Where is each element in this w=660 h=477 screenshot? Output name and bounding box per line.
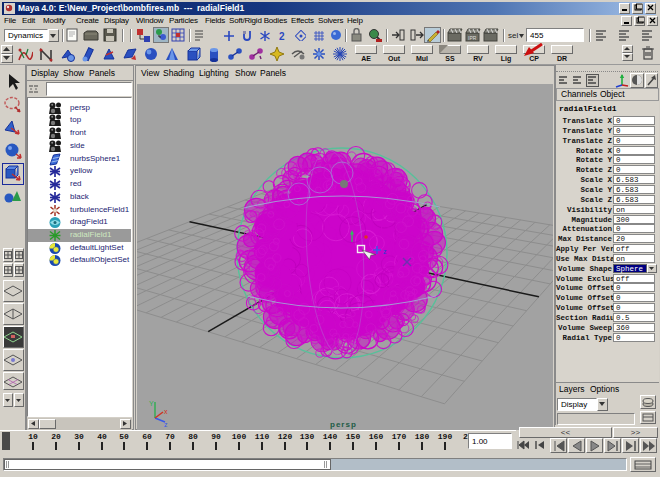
svg-text:IPR: IPR	[468, 35, 477, 41]
svg-text:persp: persp	[330, 420, 357, 429]
svg-text:z: z	[383, 248, 387, 255]
svg-text:Y: Y	[149, 400, 154, 407]
svg-text:x: x	[164, 408, 168, 415]
svg-text:z: z	[164, 421, 168, 428]
svg-text:2: 2	[279, 31, 285, 41]
